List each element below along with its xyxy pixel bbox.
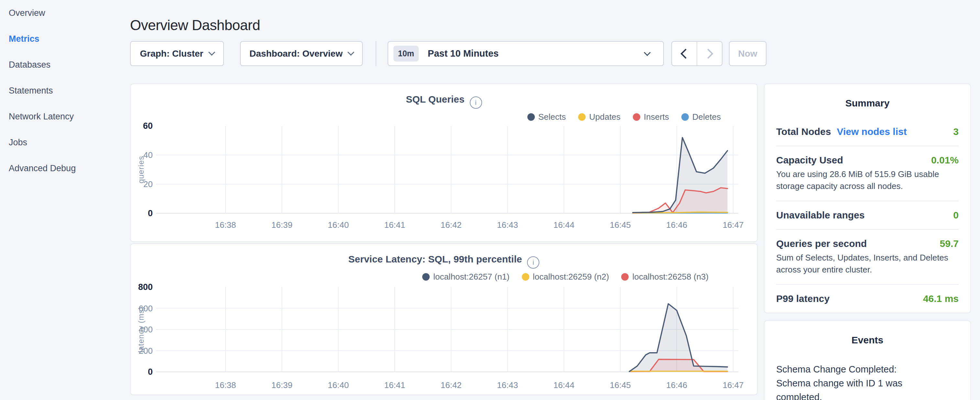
time-range-label: Past 10 Minutes xyxy=(428,48,499,59)
svg-text:16:46: 16:46 xyxy=(666,220,687,230)
summary-panel: Summary Total Nodes View nodes list 3 Ca… xyxy=(764,83,971,313)
divider xyxy=(776,201,959,201)
summary-label: Queries per second xyxy=(776,238,867,249)
svg-text:16:40: 16:40 xyxy=(328,380,349,390)
dashboard-dropdown[interactable]: Dashboard: Overview xyxy=(240,41,363,66)
svg-text:16:43: 16:43 xyxy=(497,380,518,390)
summary-description: You are using 28.6 MiB of 515.9 GiB usab… xyxy=(776,168,959,192)
summary-label: P99 latency xyxy=(776,293,830,304)
events-title: Events xyxy=(776,335,959,346)
svg-text:16:46: 16:46 xyxy=(666,380,687,390)
summary-value: 3 xyxy=(953,126,959,137)
svg-text:16:43: 16:43 xyxy=(497,220,518,230)
sidebar: Overview Metrics Databases Statements Ne… xyxy=(0,0,130,181)
sidebar-item-overview[interactable]: Overview xyxy=(0,0,130,26)
summary-label: Total Nodes xyxy=(776,126,831,137)
svg-text:16:44: 16:44 xyxy=(553,380,574,390)
svg-text:latency (ms): latency (ms) xyxy=(137,306,145,353)
svg-text:16:39: 16:39 xyxy=(272,220,293,230)
graph-dropdown-label: Graph: Cluster xyxy=(140,49,203,59)
svg-text:16:44: 16:44 xyxy=(553,220,574,230)
time-forward-button[interactable] xyxy=(697,42,722,65)
sql-queries-plot: 16:3816:3916:4016:4116:4216:4316:4416:45… xyxy=(131,84,757,241)
chevron-down-icon xyxy=(347,49,354,56)
svg-text:16:47: 16:47 xyxy=(722,380,743,390)
chevron-down-icon xyxy=(644,49,651,56)
time-range-badge: 10m xyxy=(393,46,418,62)
service-latency-plot: 16:3816:3916:4016:4116:4216:4316:4416:45… xyxy=(131,244,757,395)
summary-value: 0.01% xyxy=(931,155,959,166)
summary-value: 46.1 ms xyxy=(923,293,959,304)
svg-text:16:42: 16:42 xyxy=(441,380,462,390)
events-panel: Events Schema Change Completed: Schema c… xyxy=(764,320,971,400)
svg-text:queries: queries xyxy=(137,156,145,183)
divider xyxy=(776,146,959,146)
svg-text:16:40: 16:40 xyxy=(328,220,349,230)
summary-row-capacity: Capacity Used 0.01% xyxy=(776,155,959,166)
svg-text:16:47: 16:47 xyxy=(722,220,743,230)
svg-text:0: 0 xyxy=(148,367,153,377)
page-title: Overview Dashboard xyxy=(130,17,260,33)
summary-value: 59.7 xyxy=(940,238,959,249)
time-step-buttons xyxy=(671,41,722,66)
sidebar-item-statements[interactable]: Statements xyxy=(0,78,130,104)
divider xyxy=(776,284,959,285)
summary-label: Capacity Used xyxy=(776,155,843,166)
svg-text:60: 60 xyxy=(143,121,153,131)
view-nodes-list-link[interactable]: View nodes list xyxy=(837,126,907,137)
svg-text:16:41: 16:41 xyxy=(384,380,405,390)
chevron-left-icon xyxy=(680,49,690,59)
sidebar-item-metrics[interactable]: Metrics xyxy=(0,26,130,52)
sidebar-item-network-latency[interactable]: Network Latency xyxy=(0,104,130,129)
summary-row-p99: P99 latency 46.1 ms xyxy=(776,293,959,304)
sidebar-item-advanced-debug[interactable]: Advanced Debug xyxy=(0,155,130,181)
svg-text:16:41: 16:41 xyxy=(384,220,405,230)
service-latency-chart-card: Service Latency: SQL, 99th percentilei l… xyxy=(130,243,758,395)
svg-text:16:45: 16:45 xyxy=(610,220,631,230)
summary-value: 0 xyxy=(953,210,959,221)
svg-text:16:38: 16:38 xyxy=(215,380,236,390)
summary-description: Sum of Selects, Updates, Inserts, and De… xyxy=(776,252,959,276)
time-range-selector[interactable]: 10m Past 10 Minutes xyxy=(388,41,664,66)
chevron-right-icon xyxy=(703,49,713,59)
controls-divider xyxy=(375,41,376,66)
svg-text:16:42: 16:42 xyxy=(441,220,462,230)
sidebar-item-jobs[interactable]: Jobs xyxy=(0,129,130,155)
summary-row-total-nodes: Total Nodes View nodes list 3 xyxy=(776,126,959,137)
svg-text:16:38: 16:38 xyxy=(215,220,236,230)
svg-text:16:45: 16:45 xyxy=(610,380,631,390)
summary-row-unavailable-ranges: Unavailable ranges 0 xyxy=(776,210,959,221)
divider xyxy=(776,229,959,230)
dashboard-dropdown-label: Dashboard: Overview xyxy=(250,49,343,59)
summary-title: Summary xyxy=(776,98,959,109)
now-button[interactable]: Now xyxy=(729,41,767,66)
app-root: Overview Metrics Databases Statements Ne… xyxy=(0,0,980,400)
summary-label: Unavailable ranges xyxy=(776,210,864,221)
now-button-label: Now xyxy=(738,49,757,59)
chevron-down-icon xyxy=(208,49,215,56)
summary-row-qps: Queries per second 59.7 xyxy=(776,238,959,249)
sidebar-item-databases[interactable]: Databases xyxy=(0,52,130,78)
graph-dropdown[interactable]: Graph: Cluster xyxy=(130,41,224,66)
svg-text:16:39: 16:39 xyxy=(272,380,293,390)
event-item: Schema Change Completed: Schema change w… xyxy=(776,362,928,400)
time-back-button[interactable] xyxy=(672,42,697,65)
sql-queries-chart-card: SQL Queriesi Selects Updates Inserts Del… xyxy=(130,83,758,242)
svg-text:0: 0 xyxy=(148,209,153,218)
svg-text:800: 800 xyxy=(138,282,153,292)
